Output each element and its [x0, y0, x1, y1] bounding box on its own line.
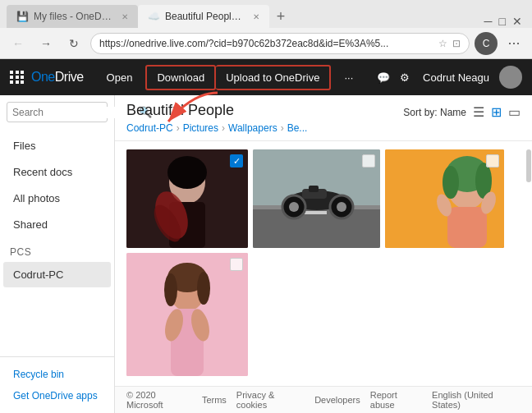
developers-link[interactable]: Developers	[314, 395, 360, 405]
sidebar-nav: Files Recent docs All photos Shared PCs …	[0, 129, 114, 356]
header-icons: 💬 ⚙ Codrut Neagu	[377, 66, 522, 89]
header-nav: Open Download Upload to OneDrive ···	[97, 65, 364, 90]
photo-row-1: ✓	[126, 149, 521, 248]
user-name: Codrut Neagu	[423, 71, 489, 84]
sidebar-item-files[interactable]: Files	[3, 133, 111, 158]
forward-button[interactable]: →	[34, 32, 57, 55]
search-box[interactable]: 🔍	[7, 102, 108, 122]
settings-icon[interactable]: ⚙	[400, 71, 410, 84]
scroll-indicator[interactable]	[525, 141, 532, 386]
tab-add-button[interactable]: +	[269, 5, 292, 28]
star-icon[interactable]: ☆	[438, 38, 447, 49]
svg-point-6	[167, 156, 207, 189]
photo-grid: ✓	[115, 141, 532, 386]
svg-point-15	[337, 202, 346, 212]
sort-control[interactable]: Sort by: Name	[403, 107, 466, 118]
svg-point-21	[443, 166, 459, 199]
recycle-bin-link[interactable]: Recycle bin	[7, 364, 108, 385]
photo-checkbox-1[interactable]: ✓	[230, 154, 243, 167]
terms-link[interactable]: Terms	[202, 395, 227, 405]
browser-chrome: 💾 My files - OneDrive ✕ ☁️ Beautiful Peo…	[0, 0, 532, 59]
tab-icon-myfiles: 💾	[16, 11, 29, 22]
logo-text: OneDrive	[31, 70, 84, 85]
minimize-button[interactable]: ─	[484, 15, 493, 28]
sidebar-item-recent[interactable]: Recent docs	[3, 159, 111, 185]
sidebar-item-shared[interactable]: Shared	[3, 212, 111, 237]
photo-checkbox-3[interactable]	[486, 154, 499, 167]
svg-rect-23	[447, 207, 487, 248]
back-button[interactable]: ←	[7, 32, 30, 55]
sidebar-item-pc[interactable]: Codrut-PC	[3, 262, 111, 287]
upload-button[interactable]: Upload to OneDrive	[216, 65, 331, 90]
sidebar-section-pcs: PCs	[0, 238, 114, 261]
tab-close-beautiful[interactable]: ✕	[253, 12, 259, 21]
waffle-icon[interactable]	[10, 71, 25, 84]
tab-label-myfiles: My files - OneDrive	[34, 11, 113, 22]
main-panel: Beautiful People Sort by: Name ☰ ⊞ ▭ Cod…	[115, 95, 532, 413]
view-pane-icon[interactable]: ▭	[508, 104, 521, 120]
app-logo: OneDrive	[10, 70, 84, 85]
photo-woman-dark[interactable]: ✓	[126, 149, 248, 248]
address-text: https://onedrive.live.com/?cid=b970c62b3…	[99, 38, 433, 49]
photo-woman-pink-svg	[126, 253, 248, 376]
photo-row-2	[126, 253, 521, 376]
svg-rect-10	[302, 211, 327, 214]
sidebar: 🔍 Files Recent docs All photos Shared PC…	[0, 95, 115, 413]
profile-avatar[interactable]: C	[475, 32, 498, 55]
photo-motorcycle-svg	[253, 149, 380, 248]
tab-icon-beautiful: ☁️	[148, 11, 160, 22]
address-bar[interactable]: https://onedrive.live.com/?cid=b970c62b3…	[90, 33, 470, 54]
download-button[interactable]: Download	[145, 65, 216, 90]
svg-rect-17	[309, 186, 319, 192]
tab-bar: 💾 My files - OneDrive ✕ ☁️ Beautiful Peo…	[0, 0, 532, 28]
tab-label-beautiful: Beautiful People - OneDrive	[165, 11, 245, 22]
close-button[interactable]: ✕	[512, 15, 522, 28]
main-footer: © 2020 Microsoft Terms Privacy & cookies…	[115, 386, 532, 413]
sidebar-bottom: Recycle bin Get OneDrive apps	[0, 356, 114, 413]
breadcrumb-pictures[interactable]: Pictures	[183, 122, 218, 134]
tab-beautiful[interactable]: ☁️ Beautiful People - OneDrive ✕	[138, 5, 269, 28]
svg-point-30	[197, 272, 210, 305]
breadcrumb: Codrut-PC › Pictures › Wallpapers › Be..…	[126, 122, 521, 134]
maximize-button[interactable]: □	[499, 15, 506, 28]
share-icon[interactable]: ⊡	[452, 38, 461, 49]
browser-menu-button[interactable]: ···	[502, 34, 525, 52]
content-area: 🔍 Files Recent docs All photos Shared PC…	[0, 95, 532, 413]
photo-checkbox-4[interactable]	[230, 258, 243, 271]
svg-point-29	[164, 273, 177, 306]
breadcrumb-wallpapers[interactable]: Wallpapers	[228, 122, 277, 134]
scroll-thumb	[526, 149, 531, 182]
photo-checkbox-2[interactable]	[362, 154, 375, 167]
sidebar-item-photos[interactable]: All photos	[3, 186, 111, 211]
breadcrumb-be[interactable]: Be...	[287, 122, 308, 134]
view-grid-icon[interactable]: ⊞	[491, 104, 502, 120]
photo-motorcycle[interactable]	[253, 149, 380, 248]
language-text[interactable]: English (United States)	[432, 390, 521, 410]
report-link[interactable]: Report abuse	[370, 390, 422, 410]
get-apps-link[interactable]: Get OneDrive apps	[7, 385, 108, 406]
main-header: Beautiful People Sort by: Name ☰ ⊞ ▭ Cod…	[115, 95, 532, 141]
user-avatar[interactable]	[499, 66, 522, 89]
page-title: Beautiful People	[126, 102, 234, 119]
open-button[interactable]: Open	[97, 67, 143, 89]
view-list-icon[interactable]: ☰	[473, 104, 484, 120]
svg-point-14	[289, 202, 299, 212]
breadcrumb-pc[interactable]: Codrut-PC	[126, 122, 173, 134]
nav-bar: ← → ↻ https://onedrive.live.com/?cid=b97…	[0, 28, 532, 59]
notify-icon[interactable]: 💬	[377, 71, 390, 84]
app-header: OneDrive Open Download Upload to OneDriv…	[0, 59, 532, 95]
app: OneDrive Open Download Upload to OneDriv…	[0, 59, 532, 413]
copyright-text: © 2020 Microsoft	[126, 390, 192, 410]
more-button[interactable]: ···	[334, 67, 363, 89]
refresh-button[interactable]: ↻	[62, 32, 85, 55]
photo-woman-pink[interactable]	[126, 253, 248, 376]
photo-woman-orange[interactable]	[385, 149, 504, 248]
address-icons: ☆ ⊡	[438, 38, 461, 49]
tab-myfiles[interactable]: 💾 My files - OneDrive ✕	[7, 5, 138, 28]
tab-close-myfiles[interactable]: ✕	[122, 12, 128, 21]
privacy-link[interactable]: Privacy & cookies	[236, 390, 305, 410]
